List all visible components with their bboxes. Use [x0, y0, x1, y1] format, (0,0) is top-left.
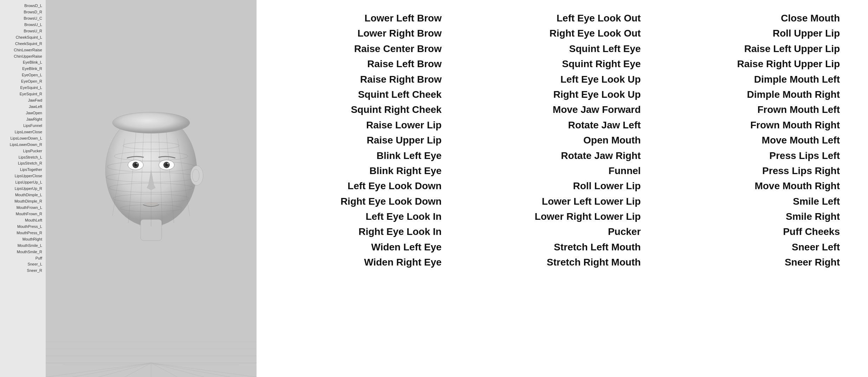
morph-item: Stretch Right Mouth — [547, 255, 641, 270]
svg-point-35 — [136, 163, 138, 164]
sidebar-item: BrowsD_L — [1, 3, 44, 9]
viewport-3d — [46, 0, 257, 377]
morph-item: Stretch Left Mouth — [554, 239, 641, 255]
morph-item: Lower Left Lower Lip — [542, 194, 641, 209]
morph-item: Blink Right Eye — [369, 163, 441, 178]
morph-column-1: Lower Left BrowLower Right BrowRaise Cen… — [264, 11, 463, 270]
morph-item: Frown Mouth Left — [757, 102, 840, 117]
morph-item: Raise Center Brow — [354, 41, 442, 56]
sidebar-item: MouthPress_R — [1, 230, 44, 236]
sidebar-item: LipsTogether — [1, 167, 44, 173]
morph-item: Right Eye Look Down — [341, 194, 442, 209]
sidebar-item: CheekSquint_R — [1, 41, 44, 47]
sidebar-item: LipsUpperClose — [1, 173, 44, 179]
morph-item: Raise Upper Lip — [367, 133, 442, 148]
morph-item: Squint Left Cheek — [358, 87, 442, 102]
morph-item: Smile Left — [793, 194, 840, 209]
morph-item: Funnel — [609, 163, 641, 178]
morph-item: Squint Left Eye — [569, 41, 641, 56]
sidebar-item: LipsStretch_L — [1, 154, 44, 161]
morph-item: Press Lips Left — [769, 148, 840, 163]
sidebar-item: LipsLowerClose — [1, 129, 44, 135]
sidebar-item: MouthDimple_R — [1, 198, 44, 205]
morph-item: Raise Right Brow — [360, 72, 442, 87]
morph-item: Squint Right Cheek — [351, 102, 441, 117]
morph-item: Raise Right Upper Lip — [737, 56, 840, 71]
sidebar-item: MouthRight — [1, 236, 44, 243]
grid-floor — [46, 307, 257, 377]
svg-line-9 — [151, 363, 177, 377]
sidebar-item: LipsLowerDown_R — [1, 142, 44, 148]
face-3d-model — [98, 110, 204, 245]
sidebar-item: JawRight — [1, 116, 44, 123]
svg-line-10 — [151, 363, 204, 377]
sidebar: BrowsD_LBrowsD_RBrowsU_CBrowsU_LBrowsU_R… — [0, 0, 46, 377]
sidebar-item: BrowsD_R — [1, 9, 44, 15]
morph-item: Right Eye Look Out — [550, 26, 641, 41]
morph-list-area: Lower Left BrowLower Right BrowRaise Cen… — [257, 0, 868, 377]
morph-item: Move Mouth Right — [754, 178, 840, 193]
sidebar-item: Sneer_R — [1, 268, 44, 274]
morph-item: Widen Right Eye — [364, 255, 442, 270]
svg-line-5 — [72, 363, 151, 377]
sidebar-item: LipsFunnel — [1, 123, 44, 129]
morph-item: Sneer Left — [792, 239, 840, 255]
morph-item: Dimple Mouth Left — [754, 72, 840, 87]
sidebar-item: MouthPress_L — [1, 224, 44, 230]
sidebar-item: MouthLeft — [1, 217, 44, 224]
morph-item: Close Mouth — [781, 11, 840, 26]
svg-line-4 — [46, 363, 151, 377]
sidebar-item: LipsUpperUp_L — [1, 179, 44, 186]
morph-item: Roll Upper Lip — [773, 26, 840, 41]
sidebar-item: JawLeft — [1, 104, 44, 110]
sidebar-item: ChinUpperRaise — [1, 53, 44, 60]
svg-line-7 — [125, 363, 151, 377]
morph-item: Blink Left Eye — [377, 148, 442, 163]
morph-item: Left Eye Look In — [365, 209, 441, 224]
morph-item: Press Lips Right — [762, 163, 840, 178]
morph-column-3: Close MouthRoll Upper LipRaise Left Uppe… — [662, 11, 861, 270]
sidebar-item: CheekSquint_L — [1, 34, 44, 41]
morph-item: Lower Right Lower Lip — [535, 209, 641, 224]
morph-item: Left Eye Look Up — [561, 72, 641, 87]
sidebar-item: EyeOpen_L — [1, 72, 44, 78]
morph-item: Left Eye Look Out — [557, 11, 641, 26]
svg-line-6 — [98, 363, 151, 377]
sidebar-item: BrowsU_R — [1, 28, 44, 34]
sidebar-item: MouthDimple_L — [1, 192, 44, 198]
morph-item: Lower Right Brow — [357, 26, 442, 41]
morph-item: Squint Right Eye — [562, 56, 641, 71]
sidebar-item: ChinLowerRaise — [1, 47, 44, 53]
sidebar-item: EyeSquint_L — [1, 85, 44, 91]
sidebar-item: LipsLowerDown_L — [1, 135, 44, 142]
sidebar-item: JawFwd — [1, 97, 44, 104]
sidebar-item: BrowsU_C — [1, 15, 44, 22]
morph-item: Lower Left Brow — [364, 11, 441, 26]
morph-item: Roll Lower Lip — [573, 178, 641, 193]
morph-item: Move Mouth Left — [762, 133, 840, 148]
sidebar-item: MouthFrown_L — [1, 205, 44, 211]
morph-item: Frown Mouth Right — [750, 117, 840, 133]
morph-item: Raise Left Brow — [367, 56, 442, 71]
svg-point-39 — [167, 163, 169, 164]
morph-item: Widen Left Eye — [371, 239, 441, 255]
morph-item: Left Eye Look Down — [348, 178, 442, 193]
morph-item: Rotate Jaw Left — [568, 117, 641, 133]
sidebar-item: Puff — [1, 255, 44, 262]
morph-item: Raise Left Upper Lip — [744, 41, 840, 56]
sidebar-item: MouthFrown_R — [1, 211, 44, 217]
svg-line-12 — [151, 363, 257, 377]
sidebar-item: EyeBlink_L — [1, 59, 44, 66]
svg-point-30 — [190, 166, 203, 185]
morph-item: Move Jaw Forward — [553, 102, 641, 117]
sidebar-item: Sneer_L — [1, 261, 44, 268]
morph-item: Sneer Right — [785, 255, 840, 270]
sidebar-item: BrowsU_L — [1, 22, 44, 28]
sidebar-item: LipsPucker — [1, 148, 44, 154]
sidebar-item: MouthSmile_R — [1, 249, 44, 255]
sidebar-item: JawOpen — [1, 110, 44, 116]
morph-item: Puff Cheeks — [783, 224, 840, 239]
morph-item: Raise Lower Lip — [366, 117, 442, 133]
svg-point-40 — [112, 112, 190, 133]
sidebar-item: EyeBlink_R — [1, 66, 44, 72]
